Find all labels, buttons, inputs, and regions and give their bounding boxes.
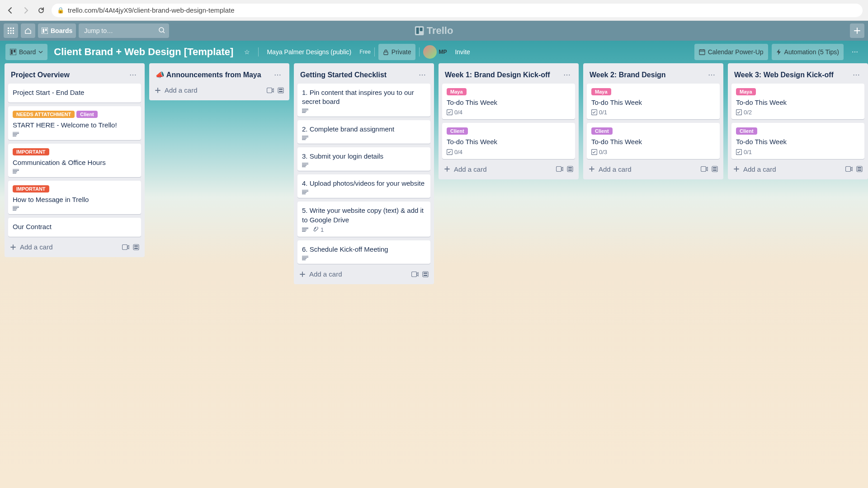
card-label[interactable]: Maya bbox=[447, 88, 467, 95]
video-icon[interactable] bbox=[267, 88, 274, 93]
description-icon bbox=[302, 227, 308, 232]
list-menu-button[interactable]: ⋯ bbox=[706, 70, 717, 80]
search-input[interactable] bbox=[79, 23, 169, 38]
list-menu-button[interactable]: ⋯ bbox=[127, 70, 138, 80]
template-icon[interactable] bbox=[278, 87, 284, 94]
apps-button[interactable] bbox=[4, 23, 18, 38]
list: Project Overview⋯Project Start - End Dat… bbox=[5, 63, 145, 257]
workspace-button[interactable]: Maya Palmer Designs (public) bbox=[262, 44, 356, 60]
brand-logo[interactable]: Trello bbox=[415, 25, 453, 37]
video-icon[interactable] bbox=[845, 166, 853, 172]
template-icon[interactable] bbox=[133, 244, 139, 250]
star-button[interactable]: ☆ bbox=[240, 44, 255, 60]
url-bar[interactable]: 🔒 trello.com/b/4At4jyX9/client-brand-web… bbox=[52, 4, 863, 17]
svg-rect-30 bbox=[423, 272, 428, 277]
divider bbox=[374, 47, 375, 56]
board-header: Board Client Brand + Web Design [Templat… bbox=[0, 41, 868, 63]
back-button[interactable] bbox=[5, 5, 15, 15]
home-button[interactable] bbox=[21, 23, 35, 38]
card-label[interactable]: IMPORTANT bbox=[13, 185, 49, 192]
template-icon[interactable] bbox=[567, 166, 573, 172]
card[interactable]: 1. Pin content that inspires you to our … bbox=[297, 84, 430, 117]
list-menu-button[interactable]: ⋯ bbox=[417, 70, 428, 80]
plus-icon bbox=[589, 166, 595, 172]
add-card-button[interactable]: Add a card bbox=[743, 165, 776, 173]
card-label[interactable]: Client bbox=[736, 127, 757, 135]
template-icon[interactable] bbox=[856, 166, 863, 172]
plan-badge: Free bbox=[359, 49, 371, 55]
video-icon[interactable] bbox=[122, 244, 129, 250]
card[interactable]: 6. Schedule Kick-off Meeting bbox=[297, 240, 430, 264]
video-icon[interactable] bbox=[556, 166, 563, 172]
svg-rect-24 bbox=[134, 248, 138, 249]
calendar-icon bbox=[699, 49, 705, 55]
board-menu-button[interactable]: ⋯ bbox=[847, 44, 863, 60]
add-card-button[interactable]: Add a card bbox=[20, 243, 53, 251]
template-icon[interactable] bbox=[422, 271, 429, 277]
workspace-label: Maya Palmer Designs (public) bbox=[267, 48, 351, 56]
card[interactable]: ClientTo-do This Week0/4 bbox=[442, 123, 575, 159]
visibility-button[interactable]: Private bbox=[378, 44, 416, 60]
svg-rect-25 bbox=[267, 88, 272, 93]
card-label[interactable]: Maya bbox=[736, 88, 756, 95]
automation-label: Automation (5 Tips) bbox=[784, 48, 839, 56]
card[interactable]: 5. Write your website copy (text) & add … bbox=[297, 202, 430, 237]
card[interactable]: MayaTo-do This Week0/4 bbox=[442, 84, 575, 119]
list-menu-button[interactable]: ⋯ bbox=[272, 70, 283, 80]
card[interactable]: 2. Complete brand assignment bbox=[297, 120, 430, 144]
list-menu-button[interactable]: ⋯ bbox=[851, 70, 862, 80]
svg-rect-31 bbox=[424, 272, 427, 274]
list-title[interactable]: Week 1: Brand Design Kick-off bbox=[445, 71, 550, 79]
card-label[interactable]: Maya bbox=[591, 88, 611, 95]
card-labels: IMPORTANT bbox=[13, 185, 137, 192]
video-icon[interactable] bbox=[411, 272, 419, 277]
list-title[interactable]: Project Overview bbox=[11, 71, 70, 79]
list-title[interactable]: Getting Started Checklist bbox=[300, 71, 387, 79]
invite-button[interactable]: Invite bbox=[450, 44, 474, 60]
card-title: To-do This Week bbox=[591, 98, 715, 107]
svg-rect-14 bbox=[416, 28, 419, 34]
card-label[interactable]: IMPORTANT bbox=[13, 148, 49, 155]
card[interactable]: IMPORTANTCommunication & Office Hours bbox=[8, 144, 141, 177]
card[interactable]: Our Contract bbox=[8, 218, 141, 237]
add-card-button[interactable]: Add a card bbox=[309, 270, 342, 278]
search-box[interactable] bbox=[79, 23, 169, 38]
card[interactable]: MayaTo-do This Week0/2 bbox=[731, 84, 864, 119]
card[interactable]: ClientTo-do This Week0/3 bbox=[587, 123, 720, 159]
list-title[interactable]: Week 2: Brand Design bbox=[590, 71, 666, 79]
calendar-powerup-button[interactable]: Calendar Power-Up bbox=[694, 44, 768, 60]
calendar-label: Calendar Power-Up bbox=[708, 48, 764, 56]
card[interactable]: MayaTo-do This Week0/1 bbox=[587, 84, 720, 119]
reload-button[interactable] bbox=[36, 5, 46, 15]
add-card-button[interactable]: Add a card bbox=[454, 165, 487, 173]
card-label[interactable]: Client bbox=[591, 127, 613, 135]
checklist-badge: 0/1 bbox=[591, 109, 607, 116]
card-label[interactable]: Client bbox=[76, 111, 98, 118]
card[interactable]: 4. Upload photos/videos for your website bbox=[297, 174, 430, 198]
template-icon[interactable] bbox=[712, 166, 718, 172]
forward-button[interactable] bbox=[21, 5, 31, 15]
description-icon bbox=[13, 132, 19, 136]
add-button[interactable] bbox=[850, 23, 864, 38]
boards-button[interactable]: Boards bbox=[38, 23, 76, 38]
board-title[interactable]: Client Brand + Web Design [Template] bbox=[51, 46, 236, 58]
card[interactable]: IMPORTANTHow to Message in Trello bbox=[8, 181, 141, 214]
card[interactable]: 3. Submit your login details bbox=[297, 147, 430, 171]
video-icon[interactable] bbox=[701, 166, 708, 172]
list-menu-button[interactable]: ⋯ bbox=[561, 70, 572, 80]
svg-rect-41 bbox=[701, 167, 706, 172]
automation-button[interactable]: Automation (5 Tips) bbox=[772, 44, 844, 60]
card[interactable]: NEEDS ATTATCHMENTClientSTART HERE - Welc… bbox=[8, 106, 141, 140]
add-card-button[interactable]: Add a card bbox=[165, 86, 198, 94]
card-label[interactable]: Client bbox=[447, 127, 468, 135]
list-title[interactable]: 📣 Announcements from Maya bbox=[156, 70, 261, 79]
list-title[interactable]: Week 3: Web Design Kick-off bbox=[734, 71, 834, 79]
member-avatar[interactable]: MP bbox=[423, 45, 447, 59]
card-label[interactable]: NEEDS ATTATCHMENT bbox=[13, 111, 75, 118]
add-card-button[interactable]: Add a card bbox=[599, 165, 632, 173]
card[interactable]: ClientTo-do This Week0/1 bbox=[731, 123, 864, 159]
card[interactable]: Project Start - End Date bbox=[8, 84, 141, 103]
svg-rect-44 bbox=[713, 169, 717, 171]
board-view-button[interactable]: Board bbox=[5, 44, 47, 60]
svg-rect-8 bbox=[13, 33, 14, 34]
